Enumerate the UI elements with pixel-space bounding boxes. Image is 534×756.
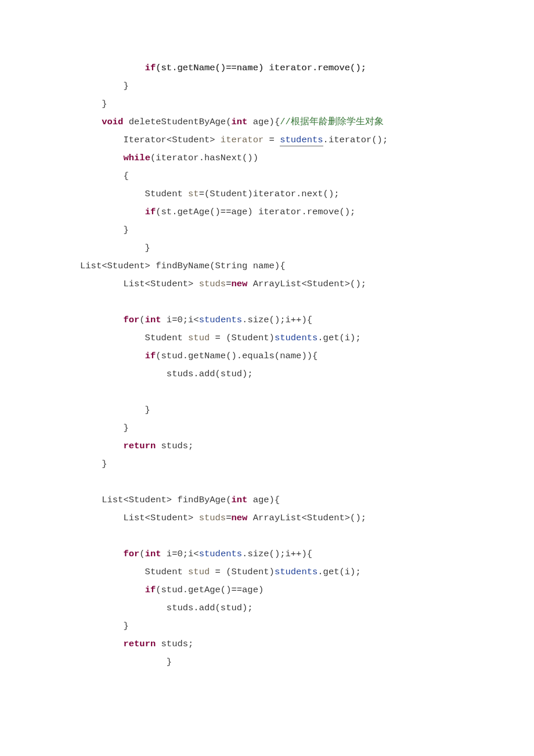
field-ref: students bbox=[199, 549, 242, 559]
code-line bbox=[80, 117, 102, 127]
code-line: studs.add(stud); bbox=[80, 603, 253, 613]
code-line: } bbox=[80, 423, 129, 433]
keyword-while: while bbox=[123, 153, 150, 163]
code-line: } bbox=[80, 657, 172, 667]
local-var: studs bbox=[199, 279, 226, 289]
code-block-real: if(st.getName()==name) iterator.remove()… bbox=[80, 59, 499, 671]
keyword-if: if bbox=[145, 207, 156, 217]
code-line: } bbox=[80, 81, 129, 91]
local-var: studs bbox=[199, 513, 226, 523]
code-line: List<Student> findByName(String name){ bbox=[80, 261, 285, 271]
keyword-int: int bbox=[231, 117, 247, 127]
field-ref: students bbox=[275, 333, 317, 343]
code-line: } bbox=[80, 459, 107, 469]
keyword-int: int bbox=[145, 549, 161, 559]
local-var: stud bbox=[188, 567, 210, 577]
keyword-new: new bbox=[231, 513, 247, 523]
comment: //根据年龄删除学生对象 bbox=[280, 117, 384, 127]
code-line: } bbox=[80, 99, 107, 109]
keyword-new: new bbox=[231, 279, 247, 289]
code-line: studs.add(stud); bbox=[80, 369, 253, 379]
field-ref: students bbox=[275, 567, 317, 577]
keyword-int: int bbox=[231, 495, 247, 505]
code-line: } bbox=[80, 405, 150, 415]
keyword-int: int bbox=[145, 315, 161, 325]
code-line: } bbox=[80, 225, 129, 235]
local-var: iterator bbox=[221, 135, 264, 145]
keyword-for: for bbox=[123, 315, 139, 325]
keyword-void: void bbox=[102, 117, 123, 127]
field-ref: students bbox=[199, 315, 242, 325]
code-line: } bbox=[80, 243, 150, 253]
field-ref: students bbox=[280, 135, 323, 146]
code-line: { bbox=[80, 171, 129, 181]
keyword-if: if bbox=[145, 63, 156, 73]
keyword-for: for bbox=[123, 549, 139, 559]
page: if(st.getName()==name) iterator.remove()… bbox=[0, 0, 534, 756]
keyword-return: return bbox=[123, 639, 156, 649]
keyword-return: return bbox=[123, 441, 156, 451]
keyword-if: if bbox=[145, 351, 156, 361]
keyword-if: if bbox=[145, 585, 156, 595]
local-var: st bbox=[188, 189, 199, 199]
code-line: } bbox=[80, 621, 129, 631]
local-var: stud bbox=[188, 333, 210, 343]
